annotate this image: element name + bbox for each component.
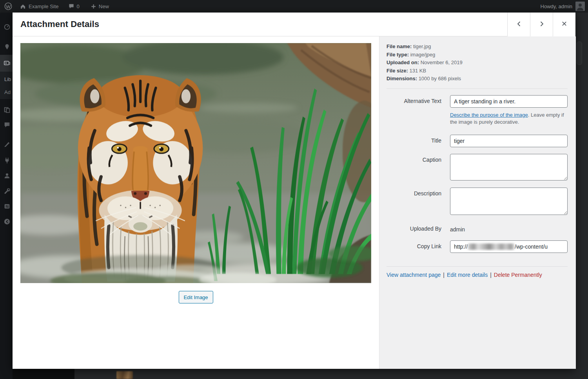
users-icon: [4, 172, 11, 179]
alt-text-label: Alternative Text: [387, 95, 441, 126]
modal-title: Attachment Details: [20, 19, 99, 29]
actions-separator: |: [490, 272, 492, 278]
site-name: Example Site: [29, 4, 59, 9]
dimensions-value: 1000 by 686 pixels: [419, 76, 461, 81]
uploaded-by-label: Uploaded By: [387, 226, 441, 233]
brush-icon: [4, 141, 11, 148]
description-row: Description: [387, 188, 568, 216]
edit-image-button[interactable]: Edit Image: [178, 291, 213, 303]
uploaded-by-value: admin: [450, 226, 465, 233]
copy-link-field[interactable]: http:///wp-content/u: [450, 240, 568, 253]
dimensions-label: Dimensions:: [387, 76, 417, 81]
copy-link-redacted: [468, 244, 514, 250]
file-size-value: 131 KB: [410, 68, 426, 74]
modal-header: Attachment Details: [13, 13, 575, 36]
uploaded-on-value: November 6, 2019: [421, 60, 463, 65]
dashboard-icon: [4, 23, 11, 30]
comments-icon: [68, 3, 74, 9]
admin-bar: Example Site 0 New Howdy, admin: [0, 0, 588, 13]
copy-link-suffix: /wp-content/u: [515, 244, 548, 250]
file-size-row: File size: 131 KB: [387, 67, 568, 75]
modal-body: Edit Image File name: tiger.jpg File typ…: [13, 36, 575, 369]
avatar: [575, 2, 585, 11]
howdy-text: Howdy, admin: [541, 4, 572, 9]
file-type-row: File type: image/jpeg: [387, 51, 568, 59]
wrench-icon: [4, 188, 11, 195]
comment-icon: [4, 121, 11, 128]
background-thumbnail-image: [116, 371, 133, 379]
next-button[interactable]: [530, 13, 553, 36]
attachment-image: [20, 43, 371, 283]
caption-textarea[interactable]: [450, 154, 568, 180]
title-input[interactable]: [450, 135, 568, 147]
attachment-form: Alternative Text Describe the purpose of…: [387, 95, 568, 253]
sidebar-item-library: Lib: [4, 76, 13, 82]
alt-text-input[interactable]: [450, 95, 568, 108]
settings-icon: [4, 203, 11, 210]
file-name-value: tiger.jpg: [413, 43, 431, 49]
collapse-icon: [4, 218, 11, 225]
alt-text-help: Describe the purpose of the image. Leave…: [450, 112, 568, 126]
uploaded-by-row: Uploaded By admin: [387, 226, 568, 233]
copy-link-label: Copy Link: [387, 240, 441, 253]
chevron-left-icon: [516, 21, 522, 28]
chevron-right-icon: [539, 21, 545, 28]
caption-row: Caption: [387, 154, 568, 182]
plus-icon: [91, 4, 96, 9]
description-label: Description: [387, 188, 441, 216]
wordpress-logo-icon: [4, 2, 13, 11]
view-attachment-page-link[interactable]: View attachment page: [387, 272, 441, 278]
admin-sidebar: Lib Ad: [0, 13, 13, 379]
pin-icon: [4, 43, 11, 51]
tiger-photo: [20, 43, 371, 283]
home-icon: [20, 3, 26, 10]
comments-menu: 0: [68, 3, 80, 9]
attachment-details-modal: Attachment Details: [13, 13, 575, 369]
plug-icon: [4, 157, 11, 164]
file-type-value: image/jpeg: [410, 52, 436, 58]
delete-permanently-link[interactable]: Delete Permanently: [494, 272, 542, 278]
file-type-label: File type:: [387, 52, 409, 58]
modal-nav: [507, 13, 575, 36]
new-menu: New: [91, 4, 109, 9]
previous-button[interactable]: [507, 13, 530, 36]
actions-separator: |: [443, 272, 445, 278]
uploaded-on-label: Uploaded on:: [387, 60, 419, 65]
uploaded-on-row: Uploaded on: November 6, 2019: [387, 59, 568, 67]
new-label: New: [99, 4, 109, 9]
caption-label: Caption: [387, 154, 441, 182]
file-details: File name: tiger.jpg File type: image/jp…: [387, 43, 568, 89]
edit-more-details-link[interactable]: Edit more details: [447, 272, 488, 278]
copy-link-row: Copy Link http:///wp-content/u: [387, 240, 568, 253]
dimensions-row: Dimensions: 1000 by 686 pixels: [387, 75, 568, 83]
comments-count: 0: [77, 4, 80, 9]
attachment-info-pane: File name: tiger.jpg File type: image/jp…: [379, 36, 576, 369]
title-label: Title: [387, 135, 441, 147]
screen: Example Site 0 New Howdy, admin: [0, 0, 588, 379]
close-button[interactable]: [553, 13, 575, 36]
media-pane: Edit Image: [13, 36, 379, 369]
title-row: Title: [387, 135, 568, 147]
file-name-label: File name:: [387, 43, 412, 49]
file-name-row: File name: tiger.jpg: [387, 43, 568, 51]
close-icon: [561, 21, 567, 28]
alt-text-row: Alternative Text Describe the purpose of…: [387, 95, 568, 126]
background-scrollbar: [577, 42, 582, 65]
attachment-actions: View attachment page|Edit more details|D…: [387, 266, 568, 278]
copy-link-prefix: http://: [454, 244, 468, 250]
media-icon: [4, 60, 11, 67]
site-menu: Example Site: [20, 3, 59, 10]
sidebar-item-add-new: Ad: [4, 89, 13, 95]
file-size-label: File size:: [387, 68, 408, 74]
description-textarea[interactable]: [450, 188, 568, 215]
alt-help-link[interactable]: Describe the purpose of the image: [450, 112, 528, 118]
pages-icon: [4, 106, 11, 114]
